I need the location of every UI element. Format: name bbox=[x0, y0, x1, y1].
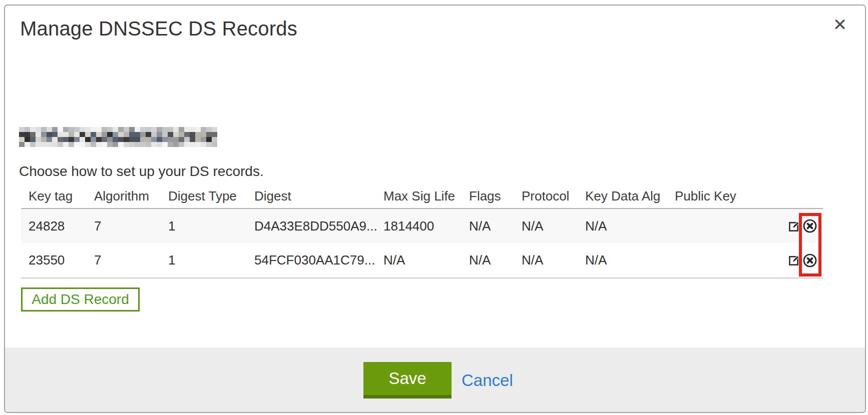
cell-algorithm: 7 bbox=[94, 218, 168, 234]
cell-key-data-alg: N/A bbox=[585, 218, 675, 234]
delete-icon[interactable] bbox=[802, 253, 817, 268]
cancel-link[interactable]: Cancel bbox=[462, 362, 513, 398]
col-header-key-tag: Key tag bbox=[29, 188, 94, 204]
close-icon[interactable]: ✕ bbox=[829, 14, 851, 36]
table-header-row: Key tag Algorithm Digest Type Digest Max… bbox=[21, 184, 823, 209]
col-header-digest-type: Digest Type bbox=[168, 188, 254, 204]
cell-digest-type: 1 bbox=[168, 252, 254, 268]
col-header-algorithm: Algorithm bbox=[94, 188, 168, 204]
col-header-public-key: Public Key bbox=[675, 188, 788, 204]
cell-key-tag: 23550 bbox=[29, 252, 94, 268]
cell-digest-type: 1 bbox=[168, 218, 254, 234]
table-row: 24828 7 1 D4A33E8DD550A9... 1814400 N/A … bbox=[21, 209, 823, 243]
dialog-title: Manage DNSSEC DS Records bbox=[20, 18, 297, 40]
delete-icon[interactable] bbox=[802, 218, 817, 234]
ds-records-table: Key tag Algorithm Digest Type Digest Max… bbox=[21, 184, 823, 278]
instruction-text: Choose how to set up your DS records. bbox=[19, 164, 264, 180]
cell-flags: N/A bbox=[469, 218, 522, 234]
edit-icon[interactable] bbox=[788, 254, 800, 266]
cell-key-tag: 24828 bbox=[29, 218, 94, 234]
edit-icon[interactable] bbox=[788, 220, 800, 232]
cell-protocol: N/A bbox=[522, 218, 585, 234]
col-header-max-sig-life: Max Sig Life bbox=[383, 188, 469, 204]
cell-algorithm: 7 bbox=[94, 252, 168, 268]
col-header-key-data-alg: Key Data Alg bbox=[585, 188, 675, 204]
cell-max-sig-life: 1814400 bbox=[383, 218, 469, 234]
add-ds-record-button[interactable]: Add DS Record bbox=[21, 288, 140, 312]
table-row: 23550 7 1 54FCF030AA1C79... N/A N/A N/A … bbox=[21, 243, 823, 278]
col-header-flags: Flags bbox=[469, 188, 522, 204]
cell-digest: D4A33E8DD550A9... bbox=[254, 218, 383, 234]
redacted-domain bbox=[19, 127, 217, 147]
col-header-protocol: Protocol bbox=[522, 188, 585, 204]
cell-digest: 54FCF030AA1C79... bbox=[254, 252, 383, 268]
manage-dnssec-dialog: Manage DNSSEC DS Records ✕ Choose how to… bbox=[4, 4, 866, 413]
col-header-digest: Digest bbox=[254, 188, 383, 204]
cell-key-data-alg: N/A bbox=[585, 252, 675, 268]
cell-protocol: N/A bbox=[522, 252, 585, 268]
save-button[interactable]: Save bbox=[363, 362, 452, 398]
cell-max-sig-life: N/A bbox=[383, 252, 469, 268]
cell-flags: N/A bbox=[469, 252, 522, 268]
